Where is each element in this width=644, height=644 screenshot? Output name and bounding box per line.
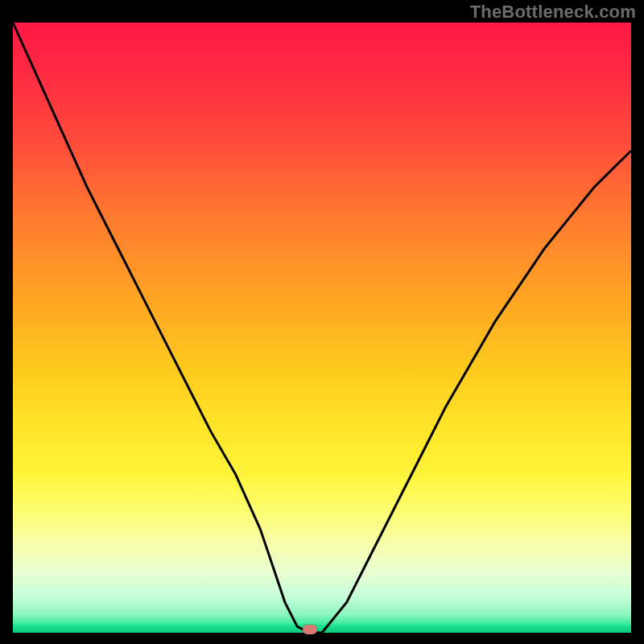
bottleneck-curve	[13, 23, 631, 633]
curve-path	[13, 23, 631, 633]
minimum-marker	[303, 625, 317, 634]
plot-area	[13, 23, 631, 633]
chart-frame: TheBottleneck.com	[0, 0, 644, 644]
watermark-text: TheBottleneck.com	[470, 2, 636, 23]
